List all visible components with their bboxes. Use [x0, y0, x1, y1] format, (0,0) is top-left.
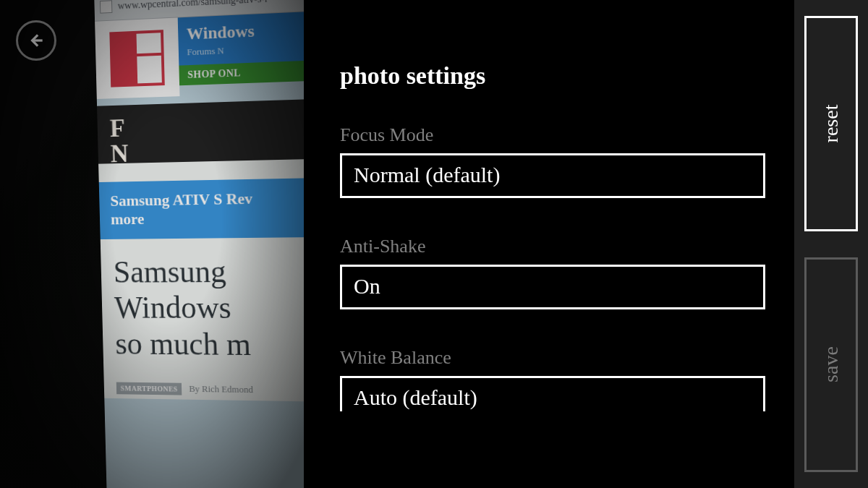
site-logo	[95, 17, 179, 99]
camera-preview: www.wpcentral.com/samsung-ativ-s-r Windo…	[0, 0, 304, 488]
promo-line-1: F	[109, 107, 304, 141]
action-bar: reset save	[794, 0, 868, 488]
settings-panel: photo settings Focus Mode Normal (defaul…	[304, 0, 794, 488]
bluebar-line-2: more	[111, 206, 304, 229]
white-balance-label: White Balance	[340, 347, 765, 369]
preview-webpage: www.wpcentral.com/samsung-ativ-s-r Windo…	[94, 0, 304, 488]
bluebar-line-1: Samsung ATIV S Rev	[110, 187, 304, 211]
back-button[interactable]	[16, 20, 56, 61]
save-button[interactable]: save	[804, 257, 858, 473]
focus-mode-select[interactable]: Normal (default)	[340, 153, 765, 198]
reset-label: reset	[820, 104, 843, 142]
article-header-bar: Samsung ATIV S Rev more	[99, 176, 304, 239]
focus-mode-label: Focus Mode	[340, 124, 765, 146]
camera-settings-screen: www.wpcentral.com/samsung-ativ-s-r Windo…	[0, 0, 868, 488]
field-white-balance: White Balance Auto (default)	[340, 347, 765, 411]
anti-shake-label: Anti-Shake	[340, 236, 765, 257]
category-tag: SMARTPHONES	[116, 382, 182, 395]
field-focus-mode: Focus Mode Normal (default)	[340, 124, 765, 198]
page-icon	[100, 0, 112, 13]
save-label: save	[820, 346, 843, 382]
white-balance-select[interactable]: Auto (default)	[340, 376, 765, 411]
promo-box: F N	[97, 96, 304, 163]
article-body: Samsung Windows so much m SMARTPHONES By…	[101, 236, 304, 403]
settings-title: photo settings	[340, 62, 765, 90]
url-text: www.wpcentral.com/samsung-ativ-s-r	[118, 0, 304, 11]
reset-button[interactable]: reset	[804, 16, 858, 231]
article-title: Samsung Windows so much m	[113, 252, 304, 364]
site-header: Windows Forums N SHOP ONL	[95, 8, 304, 99]
field-anti-shake: Anti-Shake On	[340, 236, 765, 309]
article-byline: SMARTPHONES By Rich Edmond	[116, 382, 304, 398]
arrow-left-icon	[27, 31, 46, 50]
anti-shake-select[interactable]: On	[340, 265, 765, 309]
author-text: By Rich Edmond	[189, 383, 253, 395]
